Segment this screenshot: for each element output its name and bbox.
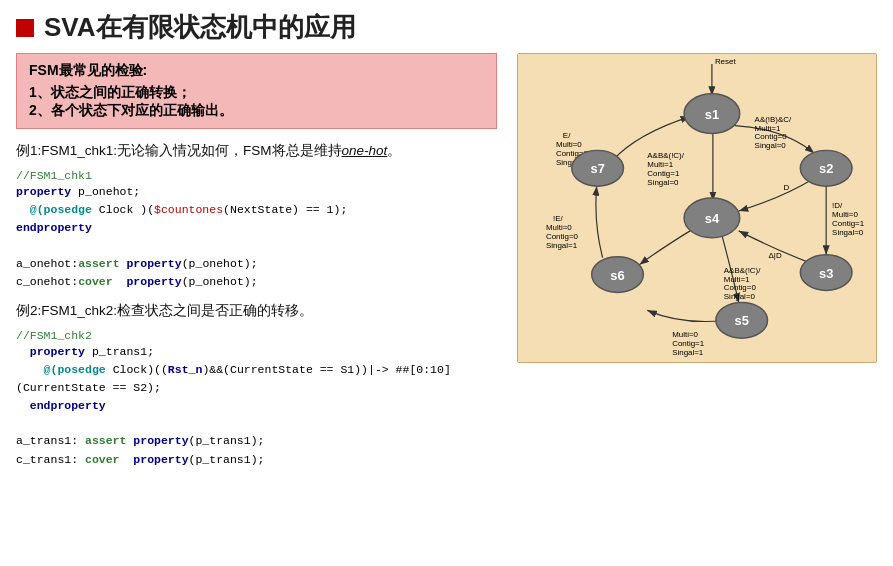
label-s5-3: Singal=1 [672,348,704,357]
label-s1-s4-2: Multi=1 [647,160,673,169]
code2-line4 [16,415,497,433]
label-s4-s5-2: Multi=1 [724,275,750,284]
code2-line3: endproperty [16,397,497,415]
code2-line1: property p_trans1; [16,343,497,361]
label-s2-s3-4: Singal=0 [832,228,864,237]
example2-text: 例2:FSM1_chk2:检查状态之间是否正确的转移。 [16,301,497,321]
state-s2-label: s2 [819,161,833,176]
label-s7-s1: E/ [563,131,571,140]
right-panel: Reset A&(!B)&C/ Multi=1 Contig=0 Singal=… [517,53,877,477]
label-s1-s4: A&B&(!C)/ [647,151,684,160]
code2-line6: c_trans1: cover property(p_trans1); [16,451,497,469]
code2-line5: a_trans1: assert property(p_trans1); [16,432,497,450]
example1-italic: one-hot [342,143,388,158]
left-panel: FSM最常见的检验: 1、状态之间的正确转换； 2、各个状态下对应的正确输出。 … [16,53,497,477]
code1-line4 [16,237,497,255]
label-s4-s5-3: Contig=0 [724,283,757,292]
label-s1-s2-4: Singal=0 [755,141,787,150]
state-s3-label: s3 [819,266,833,281]
highlight-box: FSM最常见的检验: 1、状态之间的正确转换； 2、各个状态下对应的正确输出。 [16,53,497,129]
example2-body: 检查状态之间是否正确的转移。 [117,303,313,318]
example1-suffix: 。 [387,143,401,158]
example1-text: 例1:FSM1_chk1:无论输入情况如何，FSM将总是维持one-hot。 [16,141,497,161]
label-s4-s5-4: Singal=0 [724,292,756,301]
code1-line5: a_onehot:assert property(p_onehot); [16,255,497,273]
label-s2-s3: !D/ [832,201,843,210]
label-reset: Reset [715,57,737,66]
label-s1-s2: A&(!B)&C/ [755,115,792,124]
label-s1-s4-3: Contig=1 [647,169,680,178]
state-s1-label: s1 [705,107,719,122]
highlight-title: FSM最常见的检验: [29,62,484,80]
label-s7-s1-2: Multi=0 [556,140,582,149]
code1-line2: @(posedge Clock )($countones(NextState) … [16,201,497,219]
red-square-icon [16,19,34,37]
example1-label: 例1:FSM1_chk1: [16,143,117,158]
code2-block: property p_trans1; @(posedge Clock)((Rst… [16,343,497,469]
label-s6-s7-4: Singal=1 [546,241,578,250]
label-s5: Multi=0 [672,330,698,339]
code1-line3: endproperty [16,219,497,237]
label-s1-s2-3: Contig=0 [755,132,788,141]
highlight-item-1: 1、状态之间的正确转换； [29,84,484,102]
fsm-diagram: Reset A&(!B)&C/ Multi=1 Contig=0 Singal=… [517,53,877,363]
label-s3-s4: Δ|D [769,251,782,260]
page-header: SVA在有限状态机中的应用 [0,0,893,53]
label-s6-s7-3: Contig=0 [546,232,579,241]
main-content: FSM最常见的检验: 1、状态之间的正确转换； 2、各个状态下对应的正确输出。 … [0,53,893,477]
label-s1-s4-4: Singal=0 [647,178,679,187]
highlight-item-2: 2、各个状态下对应的正确输出。 [29,102,484,120]
example2-label: 例2:FSM1_chk2: [16,303,117,318]
state-s5-label: s5 [735,313,749,328]
code1-comment: //FSM1_chk1 [16,169,497,182]
code1-line1: property p_onehot; [16,183,497,201]
code1-block: property p_onehot; @(posedge Clock )($co… [16,183,497,291]
code2-line2: @(posedge Clock)((Rst_n)&&(CurrentState … [16,361,497,397]
label-s2-s3-3: Contig=1 [832,219,865,228]
code1-line6: c_onehot:cover property(p_onehot); [16,273,497,291]
label-s6-s7: !E/ [553,214,563,223]
state-s7-label: s7 [590,161,604,176]
label-s6-s7-2: Multi=0 [546,223,572,232]
page-title: SVA在有限状态机中的应用 [44,10,356,45]
label-s2-s3-2: Multi=0 [832,210,858,219]
label-s2-s4: D [783,183,789,192]
example1-body: 无论输入情况如何，FSM将总是维持 [117,143,342,158]
state-s6-label: s6 [610,268,624,283]
fsm-svg: Reset A&(!B)&C/ Multi=1 Contig=0 Singal=… [518,54,876,362]
label-s4-s5: A&B&(!C)/ [724,266,761,275]
code2-comment: //FSM1_chk2 [16,329,497,342]
label-s1-s2-2: Multi=1 [755,124,781,133]
state-s4-label: s4 [705,211,720,226]
label-s5-2: Contig=1 [672,339,705,348]
